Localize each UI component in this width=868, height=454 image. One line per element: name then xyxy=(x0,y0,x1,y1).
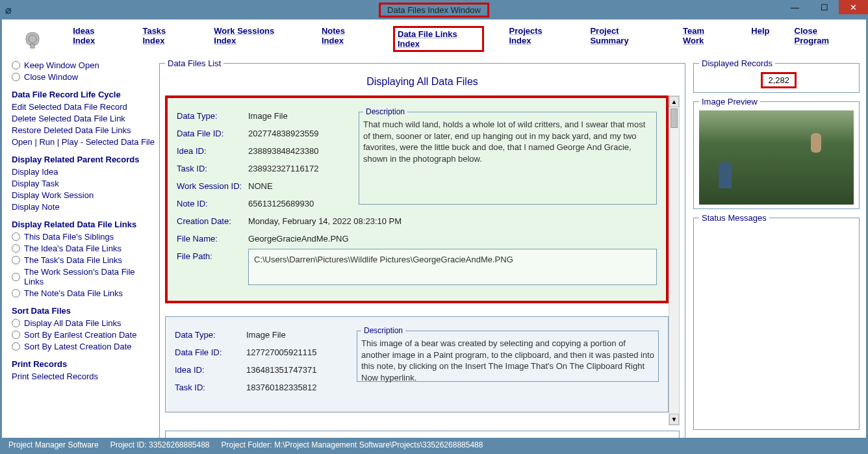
section-life-cycle: Data File Record Life Cycle xyxy=(12,90,156,99)
radio-sort-earliest[interactable]: Sort By Earilest Creation Date xyxy=(12,330,156,340)
radio-siblings-label: This Data File's Siblings xyxy=(24,232,114,242)
value-idea-id: 136481351747371 xyxy=(246,361,357,379)
radio-idea-links-label: The Idea's Data File Links xyxy=(24,244,121,253)
status-messages-legend: Status Messages xyxy=(699,213,769,223)
right-column: Displayed Records 2,282 Image Preview St… xyxy=(685,58,860,434)
label-data-file-id: Data File ID: xyxy=(177,125,248,142)
link-restore-links[interactable]: Restore Deleted Data File Links xyxy=(12,125,156,135)
search-input[interactable] xyxy=(165,431,680,438)
radio-task-links[interactable]: The Task's Data File Links xyxy=(12,255,156,265)
scroll-thumb[interactable] xyxy=(670,108,678,128)
value-file-name: GeorgeGracieAndMe.PNG xyxy=(248,230,657,247)
radio-idea-links[interactable]: The Idea's Data File Links xyxy=(12,244,156,253)
image-preview-legend: Image Preview xyxy=(699,97,760,107)
radio-earliest-label: Sort By Earilest Creation Date xyxy=(24,330,136,340)
section-parent-records: Display Related Parent Records xyxy=(12,155,156,164)
value-note-id: 65613125689930 xyxy=(248,195,359,212)
menu-project-summary[interactable]: Project Summary xyxy=(590,26,658,52)
label-creation-date: Creation Date: xyxy=(177,212,248,230)
vertical-scrollbar[interactable]: ▲ ▼ xyxy=(669,95,680,425)
value-task-id: 238932327116172 xyxy=(248,160,359,177)
radio-sort-latest[interactable]: Sort By Latest Creation Date xyxy=(12,342,156,351)
value-data-type: Image File xyxy=(246,326,357,344)
scroll-down-arrow-icon[interactable]: ▼ xyxy=(669,414,679,425)
radio-close-label: Close Window xyxy=(24,72,78,82)
label-data-type: Data Type: xyxy=(177,107,248,125)
menu-ideas-index[interactable]: Ideas Index xyxy=(73,26,118,52)
radio-siblings[interactable]: This Data File's Siblings xyxy=(12,232,156,242)
menu-projects-index[interactable]: Projects Index xyxy=(509,26,565,52)
app-content: Ideas Index Tasks Index Work Sessions In… xyxy=(0,19,868,454)
section-print: Print Records xyxy=(12,359,156,369)
status-app-name: Project Manager Software xyxy=(8,440,99,449)
description-text: This image of a bear was created by sele… xyxy=(361,338,654,383)
data-files-list-fieldset: Data Files List Displaying All Data File… xyxy=(159,58,685,438)
menu-close-program[interactable]: Close Program xyxy=(795,26,853,52)
value-data-file-id: 127727005921115 xyxy=(246,344,357,361)
data-file-record[interactable]: Data Type: Image File Description That m… xyxy=(165,95,669,303)
menu-data-file-links-index[interactable]: Data File Links Index xyxy=(393,26,484,52)
scroll-track[interactable] xyxy=(669,129,679,414)
link-display-work-session[interactable]: Display Work Session xyxy=(12,190,156,200)
list-inner: Data Type: Image File Description That m… xyxy=(165,95,669,425)
link-edit-record[interactable]: Edit Selected Data File Record xyxy=(12,102,156,112)
sidebar: Keep Window Open Close Window Data File … xyxy=(8,58,159,434)
displayed-records-legend: Displayed Records xyxy=(699,58,775,68)
value-idea-id: 238893848423380 xyxy=(248,142,359,160)
main-toolbar: Ideas Index Tasks Index Work Sessions In… xyxy=(2,19,866,58)
radio-keep-open-label: Keep Window Open xyxy=(24,60,99,70)
main-menu: Ideas Index Tasks Index Work Sessions In… xyxy=(73,26,853,52)
link-display-task[interactable]: Display Task xyxy=(12,179,156,188)
value-data-type: Image File xyxy=(248,107,359,125)
link-delete-link[interactable]: Delete Selected Data File Link xyxy=(12,114,156,123)
menu-work-sessions-index[interactable]: Work Sessions Index xyxy=(214,26,297,52)
radio-note-links[interactable]: The Note's Data File Links xyxy=(12,288,156,298)
label-work-session-id: Work Session ID: xyxy=(177,177,248,195)
status-project-folder: Project Folder: M:\Project Management So… xyxy=(222,440,483,449)
label-task-id: Task ID: xyxy=(175,379,246,396)
maximize-button[interactable]: ☐ xyxy=(810,0,839,14)
data-file-record[interactable]: Data Type: Image File Description This i… xyxy=(165,316,669,412)
value-file-path: C:\Users\Darren\Pictures\Wildlife Pictur… xyxy=(248,249,657,285)
window-controls: — ☐ ✕ xyxy=(780,0,868,19)
value-work-session-id: NONE xyxy=(248,177,359,195)
link-print-selected[interactable]: Print Selected Records xyxy=(12,372,156,381)
menu-notes-index[interactable]: Notes Index xyxy=(322,26,368,52)
label-idea-id: Idea ID: xyxy=(175,361,246,379)
radio-latest-label: Sort By Latest Creation Date xyxy=(24,342,131,351)
data-files-list-legend: Data Files List xyxy=(165,58,223,68)
close-button[interactable]: ✕ xyxy=(839,0,868,14)
scroll-up-arrow-icon[interactable]: ▲ xyxy=(669,96,679,107)
image-preview xyxy=(699,110,854,205)
value-creation-date: Monday, February 14, 2022 08:23:10 PM xyxy=(248,212,657,230)
minimize-button[interactable]: — xyxy=(780,0,810,14)
description-legend: Description xyxy=(363,107,407,116)
titlebar: ⌀ Data Files Index Window — ☐ ✕ xyxy=(0,0,868,19)
radio-work-links-label: The Work Session's Data File Links xyxy=(24,267,156,286)
main-panel: Data Files List Displaying All Data File… xyxy=(159,58,685,434)
search-bar: Search Advanced Search Reset xyxy=(165,431,680,438)
radio-work-links[interactable]: The Work Session's Data File Links xyxy=(12,267,156,286)
status-bar: Project Manager Software Project ID: 335… xyxy=(2,438,866,452)
body-area: Keep Window Open Close Window Data File … xyxy=(2,58,866,438)
radio-all-label: Display All Data File Links xyxy=(24,318,121,328)
description-text: That much wild land, holds a whole lot o… xyxy=(363,119,652,164)
status-project-id: Project ID: 33526268885488 xyxy=(110,440,210,449)
radio-note-links-label: The Note's Data File Links xyxy=(24,288,123,298)
section-related-links: Display Related Data File Links xyxy=(12,220,156,229)
menu-tasks-index[interactable]: Tasks Index xyxy=(142,26,189,52)
svg-rect-0 xyxy=(31,44,34,48)
link-display-note[interactable]: Display Note xyxy=(12,202,156,212)
radio-close-window[interactable]: Close Window xyxy=(12,72,156,82)
app-icon: ⌀ xyxy=(5,4,12,16)
link-display-idea[interactable]: Display Idea xyxy=(12,167,156,177)
link-open-run-play[interactable]: Open | Run | Play - Selected Data File xyxy=(12,137,156,147)
label-file-name: File Name: xyxy=(177,230,248,247)
menu-help[interactable]: Help xyxy=(751,26,769,52)
menu-team-work[interactable]: Team Work xyxy=(683,26,726,52)
list-title: Displaying All Data Files xyxy=(165,76,680,88)
radio-display-all[interactable]: Display All Data File Links xyxy=(12,318,156,328)
radio-keep-window-open[interactable]: Keep Window Open xyxy=(12,60,156,70)
displayed-records-count: 2,282 xyxy=(761,72,797,88)
label-data-file-id: Data File ID: xyxy=(175,344,246,361)
